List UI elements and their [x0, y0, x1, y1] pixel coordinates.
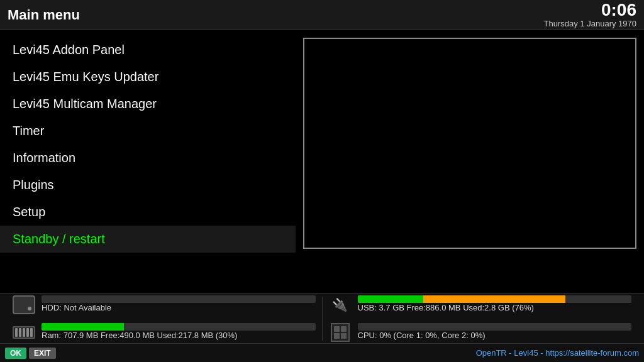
footer: OK EXIT OpenTR - Levi45 - https://satell… — [0, 343, 644, 362]
menu-item-addon-panel[interactable]: Levi45 Addon Panel — [0, 36, 296, 63]
hdd-progress-bar — [42, 295, 316, 303]
preview-box — [303, 38, 636, 249]
cpu-progress-bar — [358, 323, 632, 331]
footer-link: OpenTR - Levi45 - https://satellite-foru… — [476, 348, 639, 358]
clock: 0:06 — [544, 1, 636, 19]
date: Thursday 1 January 1970 — [544, 19, 636, 28]
ok-button[interactable]: OK — [5, 348, 26, 359]
usb-icon-container: 🔌 — [329, 293, 352, 316]
cpu-info: CPU: 0% (Core 1: 0%, Core 2: 0%) — [358, 323, 632, 342]
usb-cpu-column: 🔌 USB: 3.7 GB Free:886.0 MB Used:2.8 GB … — [323, 290, 638, 348]
datetime: 0:06 Thursday 1 January 1970 — [544, 1, 636, 28]
ram-row: Ram: 707.9 MB Free:490.0 MB Used:217.8 M… — [13, 321, 316, 344]
menu-item-plugins[interactable]: Plugins — [0, 172, 296, 199]
usb-icon: 🔌 — [332, 297, 348, 312]
cpu-icon — [331, 323, 350, 342]
main-content: Levi45 Addon PanelLevi45 Emu Keys Update… — [0, 30, 644, 256]
main-menu: Levi45 Addon PanelLevi45 Emu Keys Update… — [0, 30, 296, 256]
exit-button[interactable]: EXIT — [29, 348, 56, 359]
footer-buttons: OK EXIT — [5, 348, 56, 359]
ram-info: Ram: 707.9 MB Free:490.0 MB Used:217.8 M… — [42, 323, 316, 342]
ram-icon — [13, 326, 35, 339]
hdd-ram-column: HDD: Not Available Ram: 707.9 MB Free:49… — [6, 290, 322, 348]
hdd-label: HDD: Not Available — [42, 303, 316, 312]
usb-row: 🔌 USB: 3.7 GB Free:886.0 MB Used:2.8 GB … — [329, 293, 632, 316]
cpu-label: CPU: 0% (Core 1: 0%, Core 2: 0%) — [358, 331, 632, 340]
menu-item-emu-keys[interactable]: Levi45 Emu Keys Updater — [0, 63, 296, 90]
menu-item-setup[interactable]: Setup — [0, 199, 296, 226]
ram-icon-container — [13, 321, 35, 344]
header: Main menu 0:06 Thursday 1 January 1970 — [0, 0, 644, 30]
usb-info: USB: 3.7 GB Free:886.0 MB Used:2.8 GB (7… — [358, 295, 632, 314]
usb-progress-bar — [358, 295, 632, 303]
ram-label: Ram: 707.9 MB Free:490.0 MB Used:217.8 M… — [42, 331, 316, 340]
cpu-icon-container — [329, 321, 352, 344]
hdd-row: HDD: Not Available — [13, 293, 316, 316]
status-bar: HDD: Not Available Ram: 707.9 MB Free:49… — [0, 293, 644, 343]
ram-progress-bar — [42, 323, 316, 331]
ram-progress-fill — [42, 323, 124, 331]
menu-item-timer[interactable]: Timer — [0, 118, 296, 145]
preview-panel — [296, 30, 644, 256]
menu-item-multicam[interactable]: Levi45 Multicam Manager — [0, 90, 296, 118]
menu-item-information[interactable]: Information — [0, 145, 296, 172]
hdd-info: HDD: Not Available — [42, 295, 316, 314]
page-title: Main menu — [8, 7, 80, 23]
hdd-icon — [13, 293, 35, 316]
menu-item-standby[interactable]: Standby / restart — [0, 226, 296, 253]
cpu-row: CPU: 0% (Core 1: 0%, Core 2: 0%) — [329, 321, 632, 344]
usb-label: USB: 3.7 GB Free:886.0 MB Used:2.8 GB (7… — [358, 303, 632, 312]
